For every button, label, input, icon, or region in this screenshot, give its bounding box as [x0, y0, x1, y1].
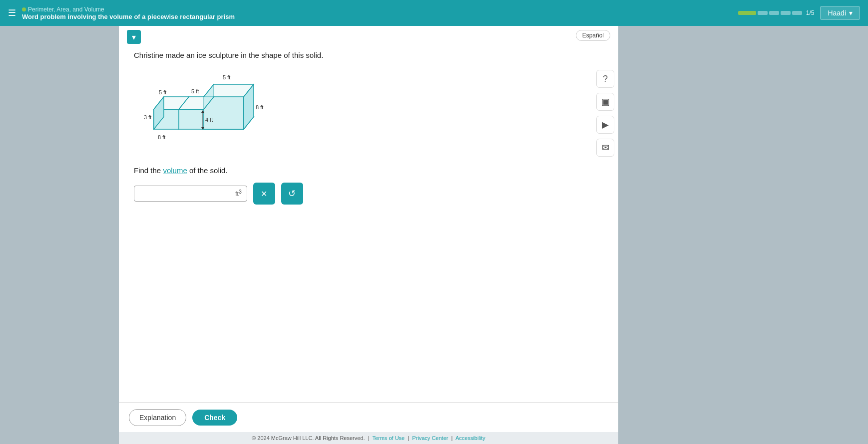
progress-seg-2: [758, 11, 768, 15]
calculator-button[interactable]: ▣: [596, 93, 614, 111]
outer-layout: ▾ Español Christine made an ice sculptur…: [0, 26, 868, 444]
help-button[interactable]: ?: [596, 70, 614, 88]
check-button[interactable]: Check: [192, 410, 237, 426]
help-icon: ?: [603, 74, 608, 84]
find-volume-text: Find the volume of the solid.: [134, 166, 603, 175]
user-chevron: ▾: [849, 9, 853, 17]
right-gray: [618, 26, 868, 444]
category-label: Perimeter, Area, and Volume: [28, 6, 104, 13]
clear-button[interactable]: ✕: [253, 183, 275, 205]
play-button[interactable]: ▶: [596, 116, 614, 134]
unit-label: ft3: [235, 189, 242, 198]
problem-text: Christine made an ice sculpture in the s…: [134, 51, 603, 59]
svg-text:8 ft: 8 ft: [256, 104, 263, 110]
collapse-button[interactable]: ▾: [127, 30, 141, 44]
left-gray: [0, 26, 119, 444]
answer-input-wrapper: ft3: [134, 186, 247, 201]
copyright-bar: © 2024 McGraw Hill LLC. All Rights Reser…: [119, 432, 618, 444]
svg-text:5 ft: 5 ft: [159, 89, 166, 95]
spacer: [119, 205, 618, 402]
header-category: Perimeter, Area, and Volume: [22, 6, 732, 13]
problem-statement: Christine made an ice sculpture in the s…: [134, 51, 323, 59]
category-dot: [22, 7, 26, 11]
answer-input[interactable]: [139, 190, 234, 198]
mail-button[interactable]: ✉: [596, 139, 614, 157]
answer-area: ft3 ✕ ↺: [134, 183, 603, 205]
copyright-text: © 2024 McGraw Hill LLC. All Rights Reser…: [252, 435, 365, 441]
espanol-button[interactable]: Español: [576, 30, 610, 41]
svg-text:4 ft: 4 ft: [205, 117, 213, 123]
progress-bar: [738, 11, 802, 15]
espanol-label: Español: [582, 32, 604, 39]
shape-svg: 5 ft 5 ft 5 ft 3 ft 8 ft 4 ft 8 ft: [134, 69, 274, 149]
explanation-label: Explanation: [139, 414, 176, 422]
progress-seg-5: [792, 11, 802, 15]
svg-text:3 ft: 3 ft: [144, 114, 151, 120]
check-label: Check: [204, 414, 225, 422]
menu-icon[interactable]: ☰: [8, 7, 16, 18]
user-name: Haadi: [828, 9, 846, 17]
unit-exponent: 3: [239, 189, 242, 195]
progress-seg-1: [738, 11, 756, 15]
progress-seg-3: [769, 11, 779, 15]
accessibility-link[interactable]: Accessibility: [455, 435, 485, 441]
volume-link[interactable]: volume: [163, 166, 187, 175]
footer-bar: Explanation Check: [119, 402, 618, 432]
terms-link[interactable]: Terms of Use: [372, 435, 405, 441]
user-menu-button[interactable]: Haadi ▾: [820, 6, 860, 20]
shape-container: 5 ft 5 ft 5 ft 3 ft 8 ft 4 ft 8 ft: [134, 69, 274, 151]
progress-seg-4: [781, 11, 791, 15]
collapse-icon: ▾: [132, 32, 136, 42]
header-subtitle: Word problem involving the volume of a p…: [22, 13, 732, 20]
header: ☰ Perimeter, Area, and Volume Word probl…: [0, 0, 868, 26]
svg-text:8 ft: 8 ft: [158, 134, 165, 140]
reset-button[interactable]: ↺: [281, 183, 303, 205]
header-progress: 1/5: [738, 9, 815, 16]
clear-icon: ✕: [261, 189, 267, 199]
calculator-icon: ▣: [601, 96, 610, 107]
right-sidebar: ? ▣ ▶ ✉: [592, 66, 618, 161]
privacy-link[interactable]: Privacy Center: [412, 435, 448, 441]
header-title-group: Perimeter, Area, and Volume Word problem…: [22, 6, 732, 20]
mail-icon: ✉: [602, 142, 609, 153]
progress-label: 1/5: [806, 9, 815, 16]
center-panel: ▾ Español Christine made an ice sculptur…: [119, 26, 618, 444]
svg-marker-4: [179, 109, 204, 129]
reset-icon: ↺: [288, 188, 296, 199]
explanation-button[interactable]: Explanation: [129, 409, 186, 426]
find-prefix: Find the: [134, 166, 161, 175]
play-icon: ▶: [602, 119, 609, 130]
svg-text:5 ft: 5 ft: [223, 74, 230, 80]
svg-text:5 ft: 5 ft: [191, 88, 199, 94]
find-suffix: of the solid.: [189, 166, 228, 175]
